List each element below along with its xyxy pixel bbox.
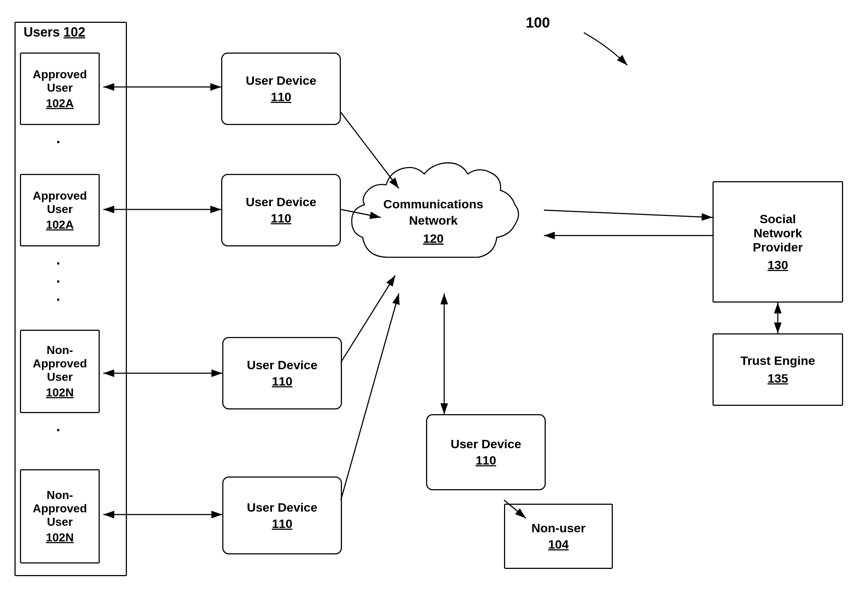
dot-sep-1: · bbox=[56, 134, 60, 150]
non-approved-user-1: Non-ApprovedUser 102N bbox=[20, 330, 100, 413]
users-label: Users 102 bbox=[24, 25, 85, 40]
svg-line-17 bbox=[544, 210, 713, 217]
diagram-container: 100 Users 102 ApprovedUser 102A · Approv… bbox=[0, 0, 867, 616]
svg-text:Network: Network bbox=[409, 214, 458, 227]
dot-sep-2: · bbox=[56, 255, 60, 272]
user-device-3: User Device 110 bbox=[222, 337, 342, 409]
diagram-ref: 100 bbox=[526, 14, 550, 31]
svg-text:Communications: Communications bbox=[383, 197, 483, 211]
arrows-svg bbox=[0, 0, 867, 616]
dot-sep-5: · bbox=[56, 422, 60, 438]
user-device-1: User Device 110 bbox=[221, 53, 341, 125]
non-approved-user-2: Non-ApprovedUser 102N bbox=[20, 469, 100, 563]
svg-line-14 bbox=[341, 294, 399, 500]
trust-engine: Trust Engine 135 bbox=[713, 333, 843, 406]
non-user: Non-user 104 bbox=[504, 504, 613, 569]
communications-network: Communications Network 120 bbox=[344, 141, 544, 294]
social-network-provider: SocialNetworkProvider 130 bbox=[713, 181, 843, 303]
user-device-5: User Device 110 bbox=[426, 414, 546, 490]
approved-user-2: ApprovedUser 102A bbox=[20, 174, 100, 247]
dot-sep-3: · bbox=[56, 273, 60, 290]
svg-text:120: 120 bbox=[423, 231, 444, 245]
user-device-2: User Device 110 bbox=[221, 174, 341, 247]
dot-sep-4: · bbox=[56, 292, 60, 308]
user-device-4: User Device 110 bbox=[222, 476, 342, 555]
approved-user-1: ApprovedUser 102A bbox=[20, 53, 100, 125]
